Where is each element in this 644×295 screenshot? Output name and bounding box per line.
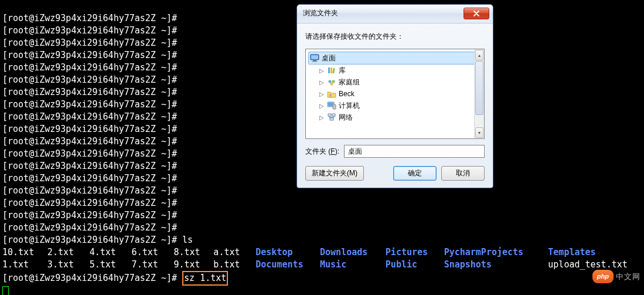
svg-point-10 (330, 94, 332, 96)
expand-icon[interactable]: ▷ (319, 91, 325, 97)
file: 2.txt (47, 246, 90, 259)
tree-label: 家庭组 (339, 76, 360, 89)
prompt-line: [root@iZwz93p4xi29i64hy77as2Z ~]# (2, 111, 177, 122)
libraries-icon (327, 66, 336, 75)
file: 4.txt (90, 246, 132, 259)
file: 6.txt (132, 246, 174, 259)
homegroup-icon (327, 77, 336, 87)
scroll-down-button[interactable]: ▾ (475, 127, 483, 138)
file: 7.txt (132, 259, 174, 271)
tree-item-homegroup[interactable]: ▷ 家庭组 (308, 76, 482, 88)
dialog-title: 浏览文件夹 (303, 7, 338, 19)
tree-item-computer[interactable]: ▷ 计算机 (308, 100, 482, 111)
prompt-line: [root@iZwz93p4xi29i64hy77as2Z ~]# (2, 124, 177, 134)
prompt-line: [root@iZwz93p4xi29i64hy77as2Z ~]# (2, 136, 177, 147)
file: 5.txt (90, 259, 132, 271)
svg-rect-6 (332, 68, 335, 73)
file: 10.txt (2, 246, 47, 259)
computer-icon (327, 101, 336, 110)
ok-button[interactable]: 确定 (393, 166, 437, 181)
directory: Public (386, 259, 444, 271)
directory: Pictures (386, 246, 444, 259)
svg-point-9 (330, 83, 333, 86)
browse-folder-dialog: 浏览文件夹 请选择保存接收文件的文件夹： 桌面 ▷ 库 ▷ 家庭 (297, 4, 493, 188)
directory: Snapshots (444, 259, 548, 271)
folder-name-input[interactable] (344, 145, 485, 158)
prompt-line: [root@iZwz93p4xi29i64hy77as2Z ~]# (2, 161, 177, 171)
tree-label: Beck (339, 88, 355, 100)
file: 9.txt (173, 259, 213, 271)
svg-rect-14 (328, 114, 331, 116)
dialog-titlebar[interactable]: 浏览文件夹 (297, 5, 493, 23)
prompt-line: [root@iZwz93p4xi29i64hy77as2Z ~]# (2, 185, 177, 196)
svg-rect-5 (330, 67, 332, 73)
expand-icon[interactable]: ▷ (319, 114, 325, 120)
prompt-line: [root@iZwz93p4xi29i64hy77as2Z ~]# (2, 148, 177, 159)
scroll-thumb[interactable] (475, 61, 483, 115)
close-button[interactable] (464, 8, 489, 19)
svg-rect-2 (313, 60, 316, 62)
prompt-line: [root@iZwz93p4xi29i64hy77as2Z ~]# (2, 173, 177, 184)
svg-rect-1 (311, 55, 318, 59)
svg-rect-16 (330, 118, 333, 120)
tree-item-user[interactable]: ▷ Beck (308, 88, 482, 100)
watermark-pill: php (592, 270, 614, 283)
file: 8.txt (173, 246, 213, 259)
watermark: php 中文网 (592, 270, 640, 283)
svg-point-8 (332, 80, 335, 83)
tree-item-desktop[interactable]: 桌面 (308, 52, 482, 65)
network-icon (327, 113, 336, 122)
file: 1.txt (2, 259, 47, 271)
prompt-line: [root@iZwz93p4xi29i64hy77as2Z ~]# (2, 222, 177, 233)
ls-output-row-1: 10.txt2.txt4.txt6.txt8.txta.txtDesktopDo… (2, 246, 642, 259)
prompt-line: [root@iZwz93p4xi29i64hy77as2Z ~]# (2, 13, 177, 23)
prompt-line: [root@iZwz93p4xi29i64hy77as2Z ~]# (2, 50, 177, 60)
ls-line: [root@iZwz93p4xi29i64hy77as2Z ~]# ls (2, 235, 193, 245)
svg-rect-4 (328, 67, 330, 73)
close-icon (473, 11, 480, 16)
terminal-cursor (2, 286, 9, 296)
tree-label: 桌面 (322, 52, 336, 65)
tree-item-network[interactable]: ▷ 网络 (308, 111, 482, 123)
file: 3.txt (47, 259, 90, 271)
svg-rect-13 (333, 104, 336, 109)
user-folder-icon (327, 89, 336, 99)
directory: Downloads (320, 246, 386, 259)
file: a.txt (213, 246, 255, 259)
watermark-text: 中文网 (616, 270, 640, 283)
expand-icon[interactable]: ▷ (319, 103, 325, 108)
prompt-line: [root@iZwz93p4xi29i64hy77as2Z ~]# (2, 198, 177, 208)
desktop-icon (310, 53, 319, 63)
directory: Desktop (255, 246, 320, 259)
dialog-instruction: 请选择保存接收文件的文件夹： (305, 30, 485, 43)
tree-label: 网络 (339, 111, 353, 124)
prompt-line: [root@iZwz93p4xi29i64hy77as2Z ~]# (2, 62, 177, 73)
directory: PycharmProjects (444, 246, 548, 259)
svg-rect-3 (312, 62, 318, 62)
scroll-up-button[interactable]: ▴ (475, 50, 483, 60)
file: upload_test.txt (548, 259, 642, 271)
prompt-line: [root@iZwz93p4xi29i64hy77as2Z ~]# (2, 74, 177, 85)
file: b.txt (213, 259, 255, 271)
folder-tree[interactable]: 桌面 ▷ 库 ▷ 家庭组 ▷ Beck ▷ (305, 49, 485, 139)
prompt-line: [root@iZwz93p4xi29i64hy77as2Z ~]# (2, 99, 177, 110)
prompt-line: [root@iZwz93p4xi29i64hy77as2Z ~]# (2, 87, 177, 97)
tree-scrollbar[interactable]: ▴ ▾ (474, 49, 484, 138)
ls-output-row-2: 1.txt3.txt5.txt7.txt9.txtb.txtDocumentsM… (2, 259, 642, 271)
tree-label: 库 (339, 65, 346, 77)
prompt-line: [root@iZwz93p4xi29i64hy77as2Z ~]# (2, 38, 177, 48)
tree-label: 计算机 (339, 100, 360, 112)
directory: Documents (255, 259, 320, 271)
cancel-button[interactable]: 取消 (441, 166, 485, 181)
directory: Templates (548, 246, 642, 259)
svg-point-7 (329, 80, 332, 83)
svg-rect-15 (332, 114, 335, 116)
expand-icon[interactable]: ▷ (319, 79, 325, 85)
highlighted-command: sz 1.txt (182, 271, 228, 286)
new-folder-button[interactable]: 新建文件夹(M) (305, 166, 364, 181)
expand-icon[interactable]: ▷ (319, 67, 325, 73)
directory: Music (320, 259, 386, 271)
prompt-line: [root@iZwz93p4xi29i64hy77as2Z ~]# (2, 210, 177, 221)
tree-item-libraries[interactable]: ▷ 库 (308, 65, 482, 76)
folder-name-label: 文件夹 (F): (305, 145, 339, 158)
